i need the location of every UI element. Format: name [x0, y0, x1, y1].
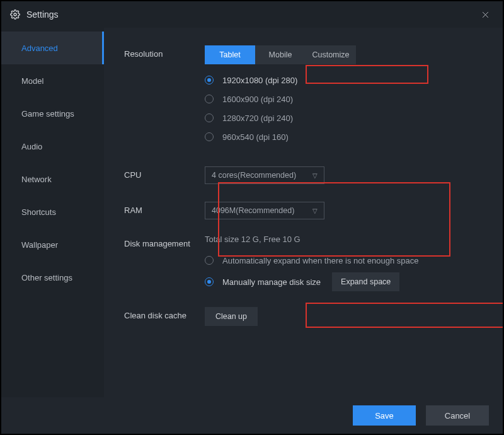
cpu-label: CPU	[124, 166, 205, 180]
resolution-option-label: 1280x720 (dpi 240)	[222, 113, 293, 123]
expand-space-button[interactable]: Expand space	[332, 272, 399, 291]
disk-auto-label: Automatically expand when there is not e…	[222, 256, 418, 265]
disk-label: Disk management	[124, 235, 205, 250]
content-panel: Resolution Tablet Mobile Customize 1920x…	[104, 28, 503, 397]
sidebar-item-network[interactable]: Network	[1, 163, 104, 195]
radio-icon	[205, 113, 214, 122]
sidebar-item-advanced[interactable]: Advanced	[1, 32, 104, 64]
sidebar-item-audio[interactable]: Audio	[1, 130, 104, 163]
cpu-select-value: 4 cores(Recommended)	[212, 171, 296, 180]
sidebar-item-label: Model	[21, 76, 43, 86]
cpu-select[interactable]: 4 cores(Recommended) ▽	[205, 166, 324, 184]
window-title: Settings	[26, 9, 59, 20]
title-bar: Settings	[1, 1, 503, 28]
sidebar-item-shortcuts[interactable]: Shortcuts	[1, 195, 104, 228]
resolution-option-label: 1600x900 (dpi 240)	[222, 95, 293, 104]
sidebar-item-model[interactable]: Model	[1, 64, 104, 97]
radio-icon	[205, 76, 214, 84]
radio-icon	[205, 95, 214, 103]
radio-icon	[205, 256, 214, 265]
sidebar-item-label: Audio	[21, 142, 42, 151]
tab-tablet[interactable]: Tablet	[205, 45, 255, 64]
disk-status: Total size 12 G, Free 10 G	[205, 235, 484, 244]
radio-icon	[205, 132, 214, 141]
disk-manual-label: Manually manage disk size	[222, 277, 321, 287]
sidebar-item-label: Network	[21, 175, 52, 184]
sidebar-item-label: Shortcuts	[21, 207, 56, 217]
resolution-option-label: 1920x1080 (dpi 280)	[222, 76, 297, 85]
chevron-down-icon: ▽	[312, 172, 318, 179]
sidebar-item-label: Advanced	[21, 44, 58, 53]
disk-auto-option[interactable]: Automatically expand when there is not e…	[205, 252, 484, 269]
footer: Save Cancel	[1, 397, 503, 434]
ram-select[interactable]: 4096M(Recommended) ▽	[205, 202, 324, 219]
radio-icon	[205, 277, 214, 286]
sidebar-item-game-settings[interactable]: Game settings	[1, 97, 104, 130]
save-button[interactable]: Save	[353, 405, 416, 426]
ram-select-value: 4096M(Recommended)	[212, 206, 294, 215]
cancel-button[interactable]: Cancel	[426, 405, 489, 426]
resolution-label: Resolution	[124, 45, 205, 59]
resolution-option-960[interactable]: 960x540 (dpi 160)	[205, 127, 484, 146]
sidebar-item-other-settings[interactable]: Other settings	[1, 261, 104, 294]
svg-point-0	[14, 13, 16, 16]
resolution-option-1600[interactable]: 1600x900 (dpi 240)	[205, 90, 484, 108]
sidebar: Advanced Model Game settings Audio Netwo…	[1, 28, 104, 397]
sidebar-item-label: Other settings	[21, 273, 72, 282]
resolution-option-1280[interactable]: 1280x720 (dpi 240)	[205, 108, 484, 127]
cache-label: Clean disk cache	[124, 307, 205, 320]
resolution-tabs: Tablet Mobile Customize	[205, 45, 356, 64]
clean-up-button[interactable]: Clean up	[205, 307, 258, 326]
tab-mobile[interactable]: Mobile	[255, 45, 306, 64]
gear-icon	[10, 9, 20, 20]
sidebar-item-label: Wallpaper	[21, 240, 58, 250]
sidebar-item-label: Game settings	[21, 109, 74, 119]
resolution-option-1920[interactable]: 1920x1080 (dpi 280)	[205, 71, 484, 90]
disk-manual-option[interactable]: Manually manage disk size	[205, 277, 321, 287]
sidebar-item-wallpaper[interactable]: Wallpaper	[1, 228, 104, 261]
chevron-down-icon: ▽	[312, 207, 318, 214]
tab-customize[interactable]: Customize	[306, 45, 356, 64]
close-icon[interactable]	[476, 6, 494, 23]
ram-label: RAM	[124, 202, 205, 215]
resolution-option-label: 960x540 (dpi 160)	[222, 132, 289, 142]
